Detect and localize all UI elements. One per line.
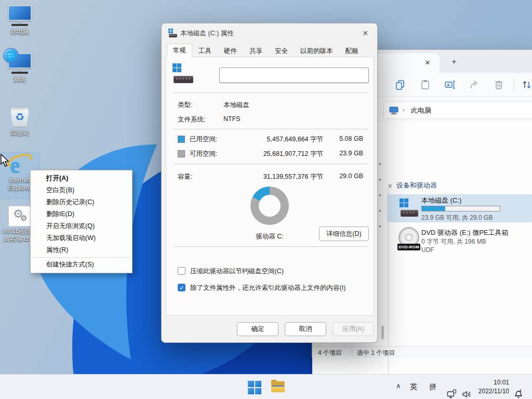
- tab-hardware[interactable]: 硬件: [218, 44, 243, 57]
- disk-usage-donut-chart: [250, 187, 289, 225]
- taskbar-clock[interactable]: 10:01 2022/11/10: [478, 378, 509, 399]
- globe-icon: 🌐: [3, 48, 19, 63]
- drive-name: 本地磁盘 (C:): [421, 196, 461, 205]
- close-icon[interactable]: ✕: [360, 28, 371, 39]
- tree-chevron-icon[interactable]: ▸: [379, 161, 383, 165]
- menu-item-open[interactable]: 打开(A): [31, 172, 132, 184]
- dialog-tab-strip: 常规 工具 硬件 共享 安全 以前的版本 配额: [167, 44, 365, 57]
- breadcrumb-chevron-icon: ›: [403, 107, 405, 113]
- menu-item-properties[interactable]: 属性(R): [31, 244, 132, 256]
- desktop-screen: 此电脑 🌐 网络 ♻ 回收站 e Internet Explorer ⚙⚙ wi…: [0, 0, 532, 399]
- address-bar[interactable]: › 此电脑: [383, 101, 532, 119]
- menu-item-create-shortcut[interactable]: 创建快捷方式(S): [31, 259, 132, 271]
- desktop-icon-label: 网络: [0, 76, 39, 84]
- drive-caption: 0 字节 可用, 共 196 MB: [421, 237, 486, 246]
- tray-date: 2022/11/10: [478, 387, 509, 396]
- volume-label-input[interactable]: [219, 68, 369, 83]
- ok-button[interactable]: 确定: [237, 322, 278, 336]
- this-pc-breadcrumb-icon: [389, 106, 398, 115]
- group-header[interactable]: ∨设备和驱动器: [388, 181, 437, 190]
- this-pc-icon: [7, 5, 32, 27]
- drive-item-c[interactable]: 本地磁盘 (C:) 23.9 GB 可用, 共 29.0 GB: [387, 194, 532, 222]
- tree-chevron-icon[interactable]: ▸: [379, 208, 383, 212]
- ime-mode-button[interactable]: 拼: [429, 382, 436, 399]
- file-explorer-taskbar-button[interactable]: [269, 379, 287, 396]
- dialog-title-bar[interactable]: 本地磁盘 (C:) 属性 ✕: [162, 23, 377, 43]
- explorer-tab[interactable]: ✕: [372, 54, 440, 73]
- tree-chevron-icon[interactable]: ▸: [379, 177, 383, 181]
- tab-previous-versions[interactable]: 以前的版本: [294, 44, 339, 57]
- used-space-bytes: 5,457,649,664 字节: [267, 135, 323, 144]
- local-disk-icon: [400, 198, 419, 218]
- delete-icon[interactable]: [493, 79, 504, 90]
- tab-quota[interactable]: 配额: [339, 44, 365, 57]
- used-space-label: 已用空间:: [190, 135, 217, 144]
- free-space-size: 23.9 GB: [339, 150, 363, 157]
- tree-chevron-icon[interactable]: ▸: [379, 223, 383, 228]
- mouse-cursor: [0, 154, 11, 167]
- compress-checkbox[interactable]: [178, 267, 185, 275]
- folder-icon: [271, 381, 285, 393]
- separator: [174, 92, 368, 93]
- context-menu: 打开(A) 空白页(B) 删除历史记录(C) 删除IE(D) 开启无痕浏览(Q)…: [30, 170, 132, 273]
- start-button[interactable]: [246, 379, 263, 396]
- menu-item-inprivate[interactable]: 开启无痕浏览(Q): [31, 220, 132, 232]
- desktop-icon-recycle-bin[interactable]: ♻ 回收站: [0, 105, 39, 137]
- network-icon[interactable]: [447, 382, 457, 399]
- share-icon[interactable]: [469, 79, 480, 90]
- free-space-label: 可用空间:: [190, 150, 217, 158]
- drive-caption: 23.9 GB 可用, 共 29.0 GB: [421, 214, 493, 222]
- index-checkbox[interactable]: ✓: [178, 284, 185, 291]
- rename-icon[interactable]: A: [444, 79, 456, 90]
- details-button[interactable]: 详细信息(D): [319, 227, 369, 241]
- sort-icon[interactable]: [521, 79, 532, 90]
- desktop-icon-network[interactable]: 🌐 网络: [0, 53, 39, 84]
- menu-item-blank-page[interactable]: 空白页(B): [31, 184, 132, 196]
- tab-close-icon[interactable]: ✕: [423, 58, 432, 68]
- desktop-icon-this-pc[interactable]: 此电脑: [0, 5, 39, 36]
- dialog-drive-icon: [168, 29, 178, 38]
- drive-caption: 驱动器 C:: [244, 232, 296, 241]
- menu-item-no-addons[interactable]: 无加载项启动(W): [31, 232, 132, 244]
- new-tab-button[interactable]: +: [448, 56, 460, 68]
- copy-icon[interactable]: [395, 79, 406, 90]
- desktop-icon-label: 回收站: [0, 129, 39, 137]
- toolbar-divider: [514, 79, 514, 90]
- speaker-icon[interactable]: [461, 382, 472, 399]
- tab-general[interactable]: 常规: [167, 44, 192, 57]
- tray-chevron-icon[interactable]: ∧: [396, 382, 401, 399]
- item-count: 4 个项目: [318, 349, 342, 357]
- filesystem-label: 文件系统:: [178, 115, 205, 124]
- capacity-label: 容量:: [178, 172, 192, 181]
- free-space-bytes: 25,681,907,712 字节: [263, 150, 323, 158]
- tab-tools[interactable]: 工具: [192, 44, 218, 57]
- drive-item-dvd[interactable]: DVD-ROM DVD 驱动器 (E:) 微PE工具箱 0 字节 可用, 共 1…: [387, 226, 532, 256]
- separator: [174, 164, 368, 164]
- capacity-bar-fill: [422, 206, 445, 211]
- drive-name: DVD 驱动器 (E:) 微PE工具箱: [421, 228, 509, 237]
- capacity-bar: [421, 206, 500, 211]
- notification-bell-icon[interactable]: z: [513, 381, 524, 399]
- breadcrumb[interactable]: 此电脑: [411, 106, 431, 115]
- status-divider: [352, 348, 352, 356]
- tray-time: 10:01: [478, 378, 509, 387]
- taskbar: ∧ 英 拼 10:01 2022/11/10 z: [0, 374, 532, 399]
- apply-button[interactable]: 应用(A): [332, 322, 374, 336]
- desktop-icon-label: 此电脑: [0, 28, 39, 36]
- filesystem-value: NTFS: [223, 115, 241, 123]
- menu-item-delete-ie[interactable]: 删除IE(D): [31, 208, 132, 220]
- separator: [174, 129, 368, 129]
- status-bar: 4 个项目 选中 1 个项目: [312, 346, 532, 358]
- tab-sharing[interactable]: 共享: [243, 44, 269, 57]
- cancel-button[interactable]: 取消: [285, 322, 326, 336]
- scrollbar-thumb[interactable]: [381, 326, 384, 339]
- tab-security[interactable]: 安全: [269, 44, 294, 57]
- svg-text:A: A: [447, 83, 450, 87]
- capacity-size: 29.0 GB: [339, 172, 363, 180]
- ime-language-button[interactable]: 英: [410, 382, 417, 399]
- paste-icon[interactable]: [420, 79, 431, 90]
- used-space-size: 5.08 GB: [339, 135, 363, 142]
- menu-item-delete-history[interactable]: 删除历史记录(C): [31, 196, 132, 208]
- network-icon: 🌐: [7, 53, 32, 75]
- tree-chevron-icon[interactable]: ▸: [379, 192, 383, 196]
